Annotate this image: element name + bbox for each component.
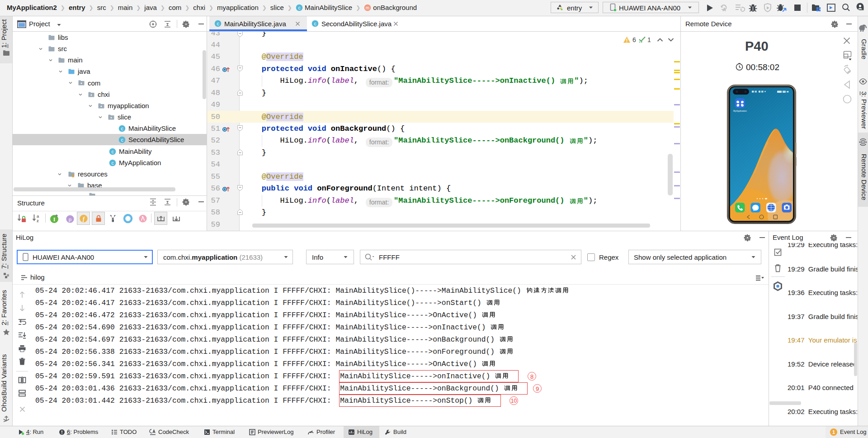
svg-text:I: I [53,216,56,223]
svg-text:A: A [723,7,726,12]
svg-text:m: m [366,5,369,10]
svg-text:p: p [69,217,71,222]
svg-text:z: z [37,218,39,223]
svg-text:MyApplication: MyApplication [733,110,747,112]
